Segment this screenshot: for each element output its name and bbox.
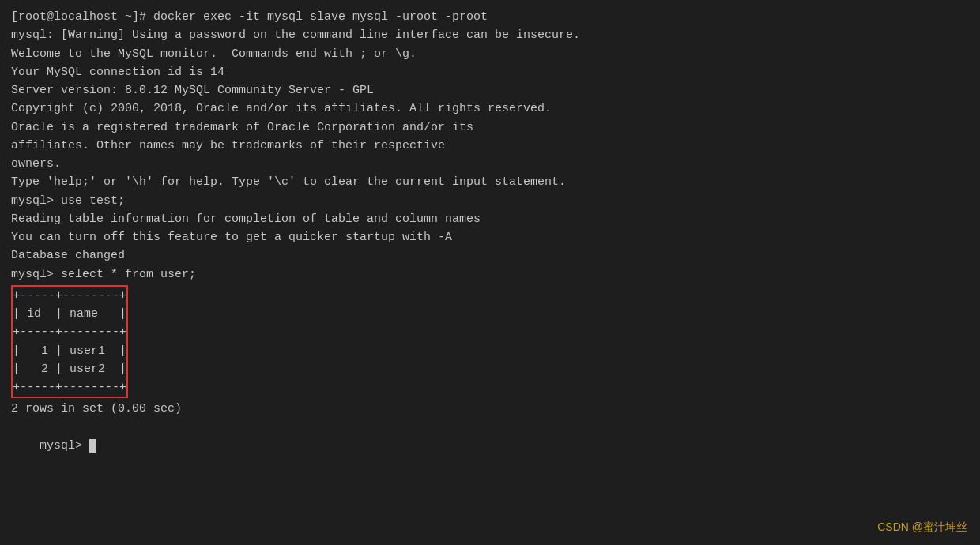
- rows-info: 2 rows in set (0.00 sec): [11, 400, 969, 418]
- table-row-2: | 2 | user2 |: [13, 360, 126, 378]
- table-border-top: +-----+--------+: [13, 287, 126, 305]
- terminal-line-5: Server version: 8.0.12 MySQL Community S…: [11, 81, 969, 100]
- terminal-line-4: Your MySQL connection id is 14: [11, 63, 969, 81]
- terminal-line-1: [root@localhost ~]# docker exec -it mysq…: [11, 8, 969, 26]
- terminal-line-3: Welcome to the MySQL monitor. Commands e…: [11, 45, 969, 63]
- terminal-line-11: mysql> use test;: [11, 192, 969, 210]
- terminal-window: [root@localhost ~]# docker exec -it mysq…: [0, 0, 980, 545]
- terminal-line-12: Reading table information for completion…: [11, 210, 969, 228]
- prompt-text: mysql>: [40, 439, 89, 453]
- query-result-table: +-----+--------+ | id | name | +-----+--…: [11, 285, 128, 399]
- terminal-line-13: You can turn off this feature to get a q…: [11, 228, 969, 246]
- terminal-line-6: Copyright (c) 2000, 2018, Oracle and/or …: [11, 100, 969, 118]
- terminal-line-15: mysql> select * from user;: [11, 265, 969, 284]
- table-row-1: | 1 | user1 |: [13, 342, 126, 360]
- final-prompt[interactable]: mysql>: [11, 419, 969, 474]
- terminal-line-14: Database changed: [11, 246, 969, 265]
- watermark: CSDN @蜜汁坤丝: [877, 519, 967, 536]
- cursor: [89, 439, 96, 453]
- terminal-line-2: mysql: [Warning] Using a password on the…: [11, 26, 969, 44]
- terminal-line-10: Type 'help;' or '\h' for help. Type '\c'…: [11, 173, 969, 191]
- table-header: | id | name |: [13, 305, 126, 323]
- terminal-line-8: affiliates. Other names may be trademark…: [11, 137, 969, 155]
- terminal-line-9: owners.: [11, 155, 969, 173]
- table-border-bot: +-----+--------+: [13, 378, 126, 397]
- terminal-line-7: Oracle is a registered trademark of Orac…: [11, 118, 969, 137]
- table-border-mid: +-----+--------+: [13, 323, 126, 341]
